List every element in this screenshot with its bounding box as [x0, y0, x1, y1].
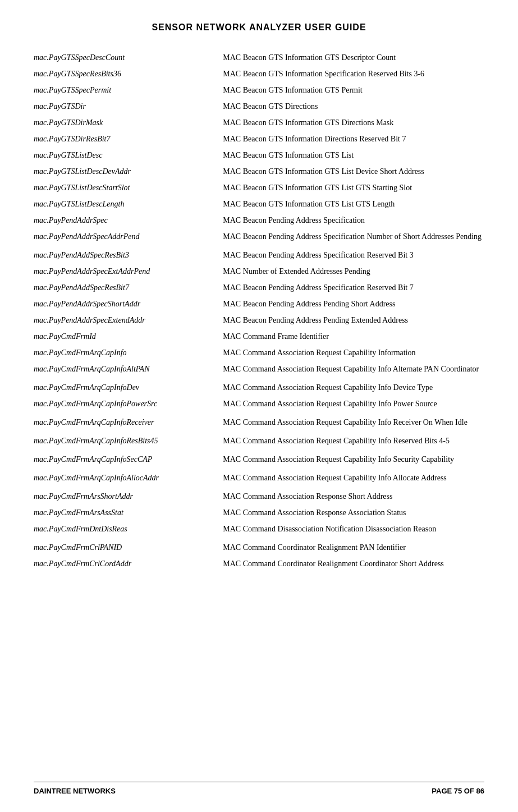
row-value: MAC Command Association Response Associa…	[223, 504, 484, 521]
table-row: mac.PayPendAddrSpecExtendAddrMAC Beacon …	[34, 312, 484, 328]
row-value: MAC Beacon GTS Information GTS Descripto…	[223, 49, 484, 66]
row-key: mac.PayCmdFrmArqCapInfoPowerSrc	[34, 396, 223, 412]
table-row: mac.PayPendAddSpecResBit3MAC Beacon Pend…	[34, 247, 484, 263]
table-row: mac.PayPendAddSpecResBit7MAC Beacon Pend…	[34, 279, 484, 296]
row-value: MAC Beacon GTS Information GTS List Devi…	[223, 163, 484, 180]
table-row: mac.PayCmdFrmArqCapInfoSecCAPMAC Command…	[34, 451, 484, 467]
row-key: mac.PayGTSDirMask	[34, 114, 223, 131]
footer-left: DAINTREE NETWORKS	[34, 787, 116, 795]
row-key: mac.PayPendAddrSpec	[34, 212, 223, 228]
page-title: SENSOR NETWORK ANALYZER USER GUIDE	[34, 22, 484, 33]
row-key: mac.PayGTSSpecPermit	[34, 82, 223, 98]
row-value: MAC Beacon GTS Information Directions Re…	[223, 131, 484, 147]
page-footer: DAINTREE NETWORKS PAGE 75 OF 86	[34, 782, 484, 795]
table-row: mac.PayGTSListDescStartSlotMAC Beacon GT…	[34, 180, 484, 196]
row-value: MAC Command Association Request Capabili…	[223, 433, 484, 449]
row-key: mac.PayCmdFrmArqCapInfoAltPAN	[34, 361, 223, 377]
table-row: mac.PayCmdFrmArqCapInfoResBits45MAC Comm…	[34, 433, 484, 449]
row-value: MAC Beacon Pending Address Specification…	[223, 228, 484, 245]
spacer-row	[34, 572, 484, 574]
row-key: mac.PayCmdFrmId	[34, 328, 223, 345]
row-key: mac.PayPendAddrSpecShortAddr	[34, 296, 223, 312]
table-row: mac.PayCmdFrmArqCapInfoDevMAC Command As…	[34, 379, 484, 396]
table-row: mac.PayCmdFrmCrlCordAddrMAC Command Coor…	[34, 556, 484, 572]
row-value: MAC Command Association Request Capabili…	[223, 451, 484, 467]
table-row: mac.PayCmdFrmDntDisReasMAC Command Disas…	[34, 521, 484, 537]
row-key: mac.PayPendAddrSpecAddrPend	[34, 228, 223, 245]
row-value: MAC Command Association Request Capabili…	[223, 396, 484, 412]
row-key: mac.PayGTSSpecResBits36	[34, 66, 223, 82]
row-key: mac.PayCmdFrmArqCapInfoAllocAddr	[34, 470, 223, 486]
row-key: mac.PayCmdFrmCrlPANID	[34, 539, 223, 556]
table-row: mac.PayPendAddrSpecExtAddrPendMAC Number…	[34, 263, 484, 279]
table-row: mac.PayCmdFrmArqCapInfoMAC Command Assoc…	[34, 345, 484, 361]
table-row: mac.PayGTSDirMAC Beacon GTS Directions	[34, 98, 484, 114]
row-value: MAC Command Association Request Capabili…	[223, 470, 484, 486]
row-key: mac.PayCmdFrmArsAssStat	[34, 504, 223, 521]
row-key: mac.PayGTSSpecDescCount	[34, 49, 223, 66]
content-table: mac.PayGTSSpecDescCountMAC Beacon GTS In…	[34, 49, 484, 574]
row-key: mac.PayCmdFrmArqCapInfo	[34, 345, 223, 361]
table-row: mac.PayPendAddrSpecMAC Beacon Pending Ad…	[34, 212, 484, 228]
row-key: mac.PayCmdFrmArsShortAddr	[34, 488, 223, 504]
table-row: mac.PayGTSDirMaskMAC Beacon GTS Informat…	[34, 114, 484, 131]
table-row: mac.PayGTSListDescLengthMAC Beacon GTS I…	[34, 196, 484, 212]
row-key: mac.PayGTSDirResBit7	[34, 131, 223, 147]
table-row: mac.PayPendAddrSpecShortAddrMAC Beacon P…	[34, 296, 484, 312]
row-key: mac.PayGTSListDesc	[34, 147, 223, 163]
row-value: MAC Number of Extended Addresses Pending	[223, 263, 484, 279]
table-row: mac.PayGTSSpecDescCountMAC Beacon GTS In…	[34, 49, 484, 66]
row-key: mac.PayCmdFrmArqCapInfoSecCAP	[34, 451, 223, 467]
row-value: MAC Beacon GTS Directions	[223, 98, 484, 114]
row-value: MAC Command Association Request Capabili…	[223, 379, 484, 396]
row-key: mac.PayPendAddrSpecExtAddrPend	[34, 263, 223, 279]
row-key: mac.PayPendAddrSpecExtendAddr	[34, 312, 223, 328]
row-value: MAC Command Frame Identifier	[223, 328, 484, 345]
table-row: mac.PayCmdFrmIdMAC Command Frame Identif…	[34, 328, 484, 345]
table-row: mac.PayCmdFrmArqCapInfoPowerSrcMAC Comma…	[34, 396, 484, 412]
table-row: mac.PayGTSSpecPermitMAC Beacon GTS Infor…	[34, 82, 484, 98]
row-key: mac.PayPendAddSpecResBit3	[34, 247, 223, 263]
table-row: mac.PayCmdFrmCrlPANIDMAC Command Coordin…	[34, 539, 484, 556]
table-row: mac.PayCmdFrmArsShortAddrMAC Command Ass…	[34, 488, 484, 504]
row-value: MAC Beacon Pending Address Specification	[223, 212, 484, 228]
row-value: MAC Command Coordinator Realignment PAN …	[223, 539, 484, 556]
table-row: mac.PayCmdFrmArqCapInfoAltPANMAC Command…	[34, 361, 484, 377]
row-value: MAC Beacon Pending Address Pending Short…	[223, 296, 484, 312]
row-value: MAC Beacon GTS Information GTS Direction…	[223, 114, 484, 131]
row-value: MAC Beacon GTS Information Specification…	[223, 66, 484, 82]
row-key: mac.PayCmdFrmDntDisReas	[34, 521, 223, 537]
row-key: mac.PayCmdFrmArqCapInfoReceiver	[34, 414, 223, 430]
row-value: MAC Command Association Response Short A…	[223, 488, 484, 504]
table-row: mac.PayCmdFrmArqCapInfoReceiverMAC Comma…	[34, 414, 484, 430]
row-key: mac.PayGTSListDescStartSlot	[34, 180, 223, 196]
row-value: MAC Beacon GTS Information GTS List	[223, 147, 484, 163]
page-container: SENSOR NETWORK ANALYZER USER GUIDE mac.P…	[0, 0, 518, 812]
row-value: MAC Beacon GTS Information GTS List GTS …	[223, 180, 484, 196]
row-key: mac.PayCmdFrmArqCapInfoDev	[34, 379, 223, 396]
row-value: MAC Beacon Pending Address Pending Exten…	[223, 312, 484, 328]
row-key: mac.PayCmdFrmCrlCordAddr	[34, 556, 223, 572]
row-value: MAC Beacon Pending Address Specification…	[223, 247, 484, 263]
row-value: MAC Beacon GTS Information GTS Permit	[223, 82, 484, 98]
row-value: MAC Beacon GTS Information GTS List GTS …	[223, 196, 484, 212]
table-row: mac.PayCmdFrmArqCapInfoAllocAddrMAC Comm…	[34, 470, 484, 486]
table-row: mac.PayGTSListDescMAC Beacon GTS Informa…	[34, 147, 484, 163]
row-key: mac.PayGTSListDescLength	[34, 196, 223, 212]
row-value: MAC Command Association Request Capabili…	[223, 361, 484, 377]
row-value: MAC Command Disassociation Notification …	[223, 521, 484, 537]
row-key: mac.PayGTSListDescDevAddr	[34, 163, 223, 180]
row-value: MAC Command Association Request Capabili…	[223, 414, 484, 430]
table-row: mac.PayGTSDirResBit7MAC Beacon GTS Infor…	[34, 131, 484, 147]
table-row: mac.PayGTSListDescDevAddrMAC Beacon GTS …	[34, 163, 484, 180]
row-key: mac.PayCmdFrmArqCapInfoResBits45	[34, 433, 223, 449]
table-row: mac.PayCmdFrmArsAssStatMAC Command Assoc…	[34, 504, 484, 521]
table-row: mac.PayPendAddrSpecAddrPendMAC Beacon Pe…	[34, 228, 484, 245]
row-key: mac.PayGTSDir	[34, 98, 223, 114]
row-key: mac.PayPendAddSpecResBit7	[34, 279, 223, 296]
footer-right: PAGE 75 OF 86	[432, 787, 484, 795]
row-value: MAC Command Coordinator Realignment Coor…	[223, 556, 484, 572]
table-row: mac.PayGTSSpecResBits36MAC Beacon GTS In…	[34, 66, 484, 82]
row-value: MAC Command Association Request Capabili…	[223, 345, 484, 361]
row-value: MAC Beacon Pending Address Specification…	[223, 279, 484, 296]
